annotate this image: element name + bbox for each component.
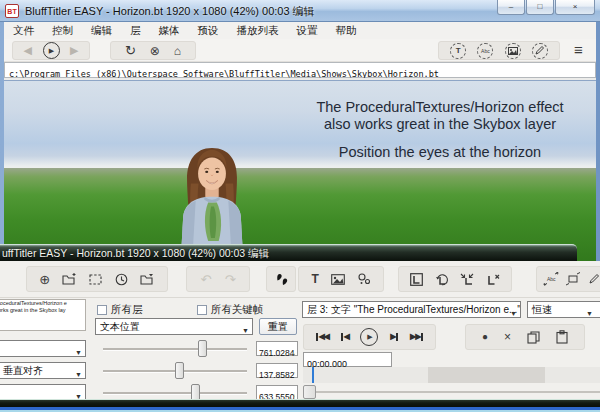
close-button[interactable]: × [555,0,595,15]
address-bar [4,62,596,78]
open-media-icon[interactable] [140,273,155,286]
play-icon[interactable]: ▶ [43,42,60,59]
rotate-layer-icon[interactable] [435,273,449,286]
extra-dropdown-2-value [0,387,3,398]
menu-control[interactable]: 控制 [43,22,82,39]
maximize-button[interactable]: □ [526,0,554,15]
property-dropdown[interactable]: 文本位置 ▼ [95,318,253,335]
value-field-1 [256,341,298,356]
open-show-icon[interactable] [62,273,77,286]
menu-icon[interactable]: ≡ [574,42,583,57]
pencil-resize-icon[interactable] [587,272,600,286]
main-titlebar: BT BluffTitler EASY - Horizon.bt 1920 x … [0,0,600,22]
picture-icon[interactable] [331,274,345,285]
screen: BT BluffTitler EASY - Horizon.bt 1920 x … [0,0,600,412]
presenter-photo [164,145,260,251]
selection-icon[interactable] [89,274,102,285]
value-input-1[interactable] [257,347,297,360]
text-icon[interactable]: T [311,273,318,285]
picture-resize-icon[interactable] [565,272,581,286]
minimize-button[interactable]: – [497,0,525,15]
add-layer-icon[interactable]: ⊕ [39,273,50,286]
slider-1-handle[interactable] [198,340,207,357]
chevron-down-icon: ▼ [242,323,249,335]
preview-text-line1: The ProceduralTextures/Horizon effect [280,99,596,116]
align-dropdown-value: 垂直对齐 [0,365,43,376]
prev-frame-icon[interactable]: ◀ [341,333,349,341]
keyframe-icon[interactable] [275,273,288,286]
layer-ops-group [398,266,512,292]
all-keyframes-checkbox[interactable]: 所有关键帧 [197,303,264,317]
chevron-down-icon: ▼ [586,306,593,318]
play-animation-icon[interactable]: ▶ [360,328,378,346]
value-field-3 [256,385,298,400]
clock-icon[interactable] [115,273,128,286]
menu-layer[interactable]: 层 [121,22,150,39]
slider-3-track[interactable] [103,392,247,395]
menu-settings[interactable]: 设置 [288,22,327,39]
picture-layer-icon[interactable] [505,43,521,59]
slider-1-track[interactable] [103,348,247,351]
layer-select-value: 层 3: 文字 "The ProceduralTextures/Horizon … [303,304,521,315]
main-window-title: BluffTitler EASY - Horizon.bt 1920 x 108… [25,4,315,19]
delete-layer-icon[interactable] [486,273,500,286]
undo-group: ↶ ↷ [186,266,250,292]
forward-icon[interactable]: ▶ [70,45,78,56]
all-keyframes-checkbox-box[interactable] [197,305,207,315]
particles-icon[interactable] [358,273,371,285]
property-value: 文本位置 [96,321,140,332]
text-resize-icon[interactable]: Abc [543,272,559,286]
align-dropdown[interactable]: 垂直对齐 ▼ [0,362,86,379]
render-preview: The ProceduralTextures/Horizon effect al… [4,80,596,262]
back-icon[interactable]: ◀ [24,45,32,56]
speed-value: 恒速 [528,304,552,315]
text-layer-icon[interactable]: T [450,43,466,59]
next-frame-icon[interactable]: ▶ [390,333,398,341]
skip-start-icon[interactable]: ◀◀ [316,333,329,341]
playhead-marker[interactable] [312,367,314,383]
record-icon[interactable]: ● [482,332,488,342]
menu-file[interactable]: 文件 [4,22,43,39]
copy-icon[interactable] [527,331,540,344]
main-toolbar: ◀ ▶ ▶ ↻ ⊗ ⌂ T Abc ≡ [4,39,596,62]
skip-end-icon[interactable]: ▶▶ [410,333,423,341]
menu-edit[interactable]: 编辑 [82,22,121,39]
menu-presets[interactable]: 预设 [189,22,228,39]
slider-2-handle[interactable] [175,362,184,379]
slider-1[interactable] [100,340,250,357]
refresh-icon[interactable]: ↻ [125,44,136,57]
home-icon[interactable]: ⌂ [174,45,181,57]
editor-body: roceduralTextures/Horizon e orks great i… [0,298,600,399]
timeline-scrollbar[interactable] [303,385,600,399]
attach-layer-icon[interactable] [460,273,474,286]
preview-caption: The ProceduralTextures/Horizon effect al… [280,99,596,133]
all-layers-checkbox[interactable]: 所有层 [97,303,143,317]
keyframe-group [266,266,296,292]
abc-layer-icon[interactable]: Abc [477,43,493,59]
value-input-2[interactable] [257,369,297,382]
show-thumbnail: roceduralTextures/Horizon e orks great i… [0,299,86,331]
menu-help[interactable]: 帮助 [327,22,366,39]
delete-keyframe-icon[interactable]: × [504,331,511,343]
undo-icon[interactable]: ↶ [200,273,211,286]
svg-text:Abc: Abc [547,276,556,282]
extra-dropdown-1[interactable]: ▼ [0,340,86,357]
active-layer-icon[interactable] [410,273,423,286]
editor-titlebar: uffTitler EASY - Horizon.bt 1920 x 1080 … [0,244,577,261]
redo-icon[interactable]: ↷ [225,273,236,286]
reset-button[interactable]: 重置 [259,318,297,335]
slider-2[interactable] [100,362,250,379]
scrollbar-track[interactable] [303,391,600,393]
timeline-track[interactable] [303,367,600,383]
scrollbar-handle[interactable] [303,385,316,399]
pencil-layer-icon[interactable] [532,43,548,59]
thumbnail-text-line2: orks great in the Skybox lay [0,307,85,314]
timeline-segment[interactable] [428,367,545,383]
all-layers-checkbox-box[interactable] [97,305,107,315]
menu-media[interactable]: 媒体 [150,22,189,39]
layer-select-dropdown[interactable]: 层 3: 文字 "The ProceduralTextures/Horizon … [302,301,521,318]
cancel-icon[interactable]: ⊗ [150,45,160,57]
paste-icon[interactable] [556,330,568,344]
speed-dropdown[interactable]: 恒速 ▼ [527,301,600,318]
menu-playlist[interactable]: 播放列表 [228,22,288,39]
